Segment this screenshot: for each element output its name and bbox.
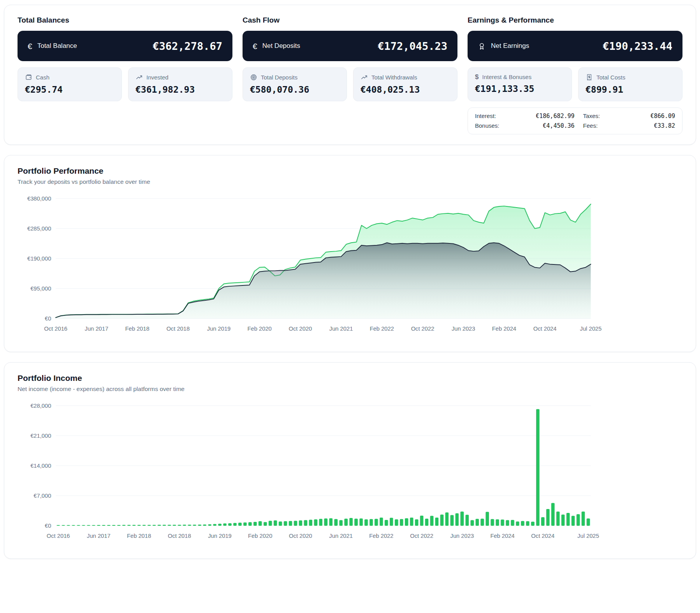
income-bar[interactable] [475, 519, 479, 526]
income-bar[interactable] [122, 525, 126, 525]
income-bar[interactable] [97, 525, 100, 526]
income-bar[interactable] [142, 525, 146, 525]
income-bar[interactable] [132, 525, 136, 525]
income-bar[interactable] [415, 519, 419, 525]
income-bar[interactable] [380, 518, 383, 526]
income-bar[interactable] [460, 511, 464, 525]
income-chart[interactable]: €0€7,000€14,000€21,000€28,000Oct 2016Jun… [18, 399, 682, 552]
income-bar[interactable] [531, 521, 535, 526]
income-bar[interactable] [77, 525, 80, 526]
performance-chart[interactable]: €0€95,000€190,000€285,000€380,000Oct 201… [18, 192, 682, 345]
income-bar[interactable] [582, 511, 585, 525]
income-bar[interactable] [359, 518, 363, 526]
income-bar[interactable] [112, 525, 116, 526]
income-bar[interactable] [117, 525, 121, 526]
income-bar[interactable] [228, 523, 232, 525]
income-bar[interactable] [440, 514, 444, 526]
income-bar[interactable] [102, 525, 106, 526]
income-bar[interactable] [259, 521, 262, 526]
income-bar[interactable] [153, 525, 156, 525]
income-bar[interactable] [294, 521, 297, 526]
income-bar[interactable] [501, 520, 504, 526]
income-bar[interactable] [541, 517, 545, 526]
income-bar[interactable] [572, 516, 575, 525]
income-bar[interactable] [163, 525, 166, 525]
income-bar[interactable] [213, 524, 216, 525]
income-bar[interactable] [324, 518, 327, 526]
income-bar[interactable] [178, 525, 181, 525]
income-bar[interactable] [56, 525, 60, 526]
income-bar[interactable] [198, 525, 201, 526]
income-bar[interactable] [410, 518, 413, 526]
income-bar[interactable] [425, 518, 429, 525]
income-bar[interactable] [87, 525, 90, 526]
income-bar[interactable] [284, 521, 287, 526]
income-bar[interactable] [148, 525, 151, 525]
income-bar[interactable] [344, 518, 348, 525]
income-bar[interactable] [334, 519, 338, 525]
income-bar[interactable] [375, 519, 378, 526]
income-bar[interactable] [390, 518, 393, 525]
income-bar[interactable] [587, 518, 590, 526]
income-bar[interactable] [107, 525, 111, 526]
income-bar[interactable] [511, 520, 514, 526]
income-bar[interactable] [516, 521, 519, 526]
income-bar[interactable] [496, 519, 499, 525]
income-bar[interactable] [92, 525, 95, 526]
income-bar[interactable] [526, 521, 529, 526]
income-bar[interactable] [329, 518, 333, 525]
income-bar[interactable] [127, 525, 131, 525]
income-bar[interactable] [536, 409, 540, 525]
income-bar[interactable] [158, 525, 161, 525]
income-bar[interactable] [577, 514, 580, 526]
income-bar[interactable] [289, 521, 292, 525]
income-bar[interactable] [223, 523, 227, 526]
income-bar[interactable] [173, 525, 176, 525]
income-bar[interactable] [405, 518, 408, 525]
income-bar[interactable] [193, 525, 196, 526]
income-bar[interactable] [309, 520, 313, 525]
income-bar[interactable] [349, 518, 353, 526]
income-bar[interactable] [299, 520, 303, 526]
income-bar[interactable] [470, 520, 474, 525]
income-bar[interactable] [556, 511, 560, 525]
income-bar[interactable] [319, 519, 322, 526]
income-bar[interactable] [188, 525, 191, 526]
income-bar[interactable] [253, 522, 257, 526]
income-bar[interactable] [168, 525, 171, 525]
income-bar[interactable] [561, 514, 565, 526]
income-bar[interactable] [395, 519, 398, 525]
income-bar[interactable] [274, 520, 277, 526]
income-bar[interactable] [485, 512, 489, 526]
income-bar[interactable] [491, 519, 494, 525]
income-bar[interactable] [233, 523, 237, 525]
income-bar[interactable] [183, 525, 186, 526]
income-bar[interactable] [264, 522, 267, 525]
income-bar[interactable] [521, 521, 524, 525]
income-bar[interactable] [243, 522, 247, 525]
income-bar[interactable] [248, 522, 252, 525]
income-bar[interactable] [203, 524, 206, 525]
income-bar[interactable] [304, 520, 308, 525]
income-bar[interactable] [435, 518, 439, 526]
income-bar[interactable] [466, 514, 469, 525]
income-bar[interactable] [385, 520, 388, 526]
income-bar[interactable] [546, 509, 550, 526]
income-bar[interactable] [62, 525, 65, 526]
income-bar[interactable] [369, 519, 373, 525]
income-bar[interactable] [450, 515, 454, 525]
income-bar[interactable] [456, 513, 459, 526]
income-bar[interactable] [218, 523, 222, 525]
income-bar[interactable] [445, 512, 449, 525]
income-bar[interactable] [339, 520, 343, 525]
income-bar[interactable] [420, 516, 424, 526]
income-bar[interactable] [506, 520, 509, 525]
income-bar[interactable] [480, 518, 484, 525]
income-bar[interactable] [279, 521, 282, 526]
income-bar[interactable] [354, 518, 358, 525]
income-bar[interactable] [400, 519, 403, 525]
income-bar[interactable] [82, 525, 85, 526]
income-bar[interactable] [364, 519, 368, 525]
income-bar[interactable] [208, 524, 211, 526]
income-bar[interactable] [430, 516, 434, 525]
